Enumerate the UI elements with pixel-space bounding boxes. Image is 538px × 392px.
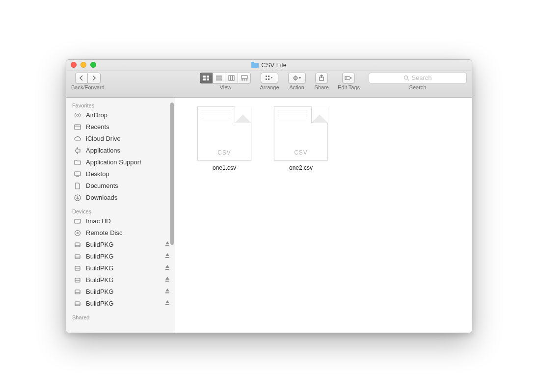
sidebar-item-applications[interactable]: Applications: [66, 145, 175, 157]
sidebar-section-header: Devices: [66, 207, 175, 215]
sidebar-item-recents[interactable]: Recents: [66, 121, 175, 133]
sidebar-item-icloud-drive[interactable]: iCloud Drive: [66, 133, 175, 145]
close-button[interactable]: [71, 62, 77, 68]
view-gallery-button[interactable]: [238, 73, 251, 83]
ext-icon: [73, 241, 82, 249]
sidebar-item-buildpkg[interactable]: BuildPKG: [66, 239, 175, 251]
sidebar[interactable]: FavoritesAirDropRecentsiCloud DriveAppli…: [66, 98, 175, 333]
minimize-button[interactable]: [81, 62, 86, 68]
share-label: Share: [315, 84, 329, 90]
svg-rect-12: [243, 79, 245, 80]
icloud-icon: [73, 135, 82, 143]
window-title: CSV File: [261, 61, 286, 69]
eject-icon[interactable]: [165, 288, 170, 295]
search-group: Search Search: [369, 73, 467, 90]
svg-rect-17: [268, 78, 269, 80]
titlebar: CSV File: [66, 60, 472, 71]
sidebar-item-label: BuildPKG: [86, 276, 113, 284]
sidebar-item-label: Remote Disc: [86, 229, 122, 236]
hd-icon: [73, 217, 82, 225]
svg-rect-8: [231, 76, 232, 80]
toolbar: Back/Forward View: [66, 71, 472, 98]
sidebar-item-label: Imac HD: [86, 217, 111, 225]
sidebar-item-buildpkg[interactable]: BuildPKG: [66, 298, 175, 310]
svg-rect-32: [75, 172, 81, 176]
file-badge: CSV: [274, 149, 327, 156]
finder-window: CSV File Back/Forward: [66, 59, 472, 333]
svg-rect-2: [203, 78, 206, 80]
file-name: one1.csv: [213, 164, 236, 171]
sidebar-item-label: BuildPKG: [86, 288, 113, 295]
sidebar-item-remote-disc[interactable]: Remote Disc: [66, 227, 175, 239]
zoom-button[interactable]: [90, 62, 96, 68]
back-button[interactable]: [75, 73, 88, 83]
sidebar-item-label: Downloads: [86, 194, 117, 201]
sidebar-item-application-support[interactable]: Application Support: [66, 157, 175, 168]
svg-rect-49: [75, 278, 80, 282]
eject-icon[interactable]: [165, 300, 170, 307]
sidebar-item-label: AirDrop: [86, 111, 108, 119]
window-controls: [71, 62, 96, 68]
search-label: Search: [409, 84, 427, 90]
folder-icon: [251, 62, 259, 68]
edit-tags-button[interactable]: [342, 73, 355, 83]
sidebar-item-buildpkg[interactable]: BuildPKG: [66, 251, 175, 262]
eject-icon[interactable]: [165, 276, 170, 284]
view-label: View: [220, 84, 232, 90]
arrange-button[interactable]: [261, 73, 278, 83]
eject-icon[interactable]: [165, 241, 170, 248]
svg-point-37: [79, 222, 80, 223]
view-list-button[interactable]: [213, 73, 225, 83]
eject-icon[interactable]: [165, 264, 170, 272]
svg-rect-7: [229, 76, 230, 80]
sidebar-section-header: Favorites: [66, 101, 175, 109]
sidebar-item-label: BuildPKG: [86, 300, 113, 307]
action-group: Action: [288, 73, 306, 90]
sidebar-item-desktop[interactable]: Desktop: [66, 168, 175, 180]
sidebar-section-header: Shared: [66, 313, 175, 321]
svg-rect-30: [75, 125, 81, 130]
sidebar-item-downloads[interactable]: Downloads: [66, 192, 175, 204]
svg-rect-40: [75, 243, 80, 247]
file-area[interactable]: CSVone1.csv CSVone2.csv: [175, 98, 472, 333]
sidebar-item-buildpkg[interactable]: BuildPKG: [66, 286, 175, 298]
svg-rect-51: [165, 281, 169, 282]
view-icons-button[interactable]: [200, 73, 213, 83]
tags-label: Edit Tags: [338, 84, 360, 90]
sidebar-item-label: BuildPKG: [86, 264, 113, 272]
airdrop-icon: [73, 111, 82, 119]
nav-group: Back/Forward: [71, 73, 105, 90]
sidebar-item-buildpkg[interactable]: BuildPKG: [66, 262, 175, 274]
svg-rect-45: [165, 257, 169, 258]
view-columns-button[interactable]: [225, 73, 238, 83]
ext-icon: [73, 253, 82, 261]
sidebar-item-label: Recents: [86, 123, 109, 131]
eject-icon[interactable]: [165, 253, 170, 260]
svg-rect-42: [165, 245, 169, 246]
svg-rect-9: [233, 76, 234, 80]
sidebar-item-airdrop[interactable]: AirDrop: [66, 109, 175, 121]
svg-rect-0: [203, 76, 206, 78]
forward-button[interactable]: [88, 73, 101, 83]
svg-point-27: [404, 76, 408, 79]
file-item[interactable]: CSVone1.csv: [195, 106, 254, 171]
action-button[interactable]: [288, 73, 306, 83]
svg-rect-52: [75, 290, 80, 294]
search-icon: [404, 75, 409, 81]
sidebar-item-documents[interactable]: Documents: [66, 180, 175, 192]
svg-rect-55: [75, 302, 80, 306]
sidebar-scrollbar[interactable]: [170, 103, 174, 245]
ext-icon: [73, 288, 82, 296]
file-name: one2.csv: [289, 164, 313, 171]
sidebar-item-label: iCloud Drive: [86, 135, 121, 142]
share-button[interactable]: [315, 73, 328, 83]
search-input[interactable]: Search: [369, 73, 467, 83]
sidebar-item-buildpkg[interactable]: BuildPKG: [66, 274, 175, 286]
disc-icon: [73, 229, 82, 237]
file-item[interactable]: CSVone2.csv: [271, 106, 330, 171]
svg-rect-54: [165, 292, 169, 293]
tags-group: Edit Tags: [338, 73, 360, 90]
svg-rect-11: [242, 79, 243, 80]
share-group: Share: [315, 73, 329, 90]
sidebar-item-imac-hd[interactable]: Imac HD: [66, 215, 175, 227]
